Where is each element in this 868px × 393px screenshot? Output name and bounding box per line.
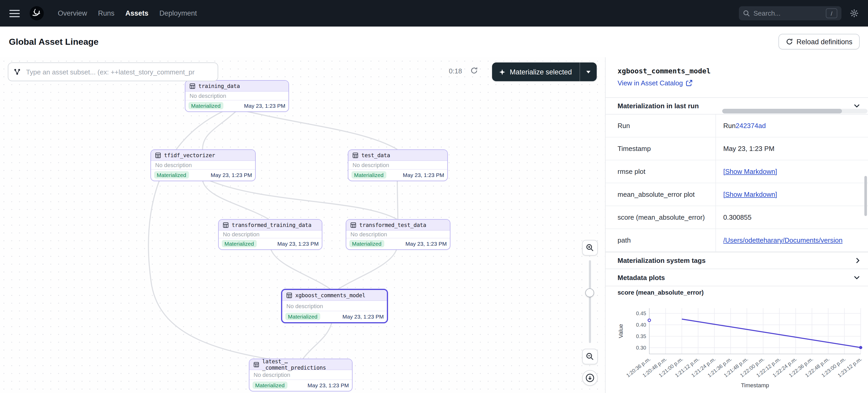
selected-asset-name: xgboost_comments_model bbox=[618, 67, 711, 75]
zoom-slider-track[interactable] bbox=[589, 260, 591, 343]
asset-name: tfidf_vectorizer bbox=[164, 152, 215, 158]
score-line-chart: 1:20:36 p.m.1:20:48 p.m.1:21:00 p.m.1:21… bbox=[606, 298, 868, 393]
materialized-badge: Materialized bbox=[154, 171, 189, 178]
zoom-in-button[interactable] bbox=[582, 240, 598, 256]
table-icon bbox=[350, 222, 356, 228]
materialized-badge: Materialized bbox=[349, 240, 384, 247]
zoom-out-icon bbox=[586, 352, 594, 361]
metadata-row-value: 0.300855 bbox=[715, 206, 868, 229]
catalog-link-label: View in Asset Catalog bbox=[618, 79, 683, 87]
refresh-icon bbox=[470, 67, 478, 74]
asset-lineage-graph[interactable]: training_data No description Materialize… bbox=[0, 57, 605, 393]
asset-node-footer: Materialized May 23, 1:23 PM bbox=[249, 380, 352, 391]
asset-node[interactable]: latest_…_comment_predictions No descript… bbox=[249, 359, 352, 391]
asset-node-header: tfidf_vectorizer bbox=[151, 150, 255, 161]
metadata-row-value: [Show Markdown] bbox=[715, 160, 868, 183]
asset-node[interactable]: transformed_training_data No description… bbox=[218, 219, 322, 250]
svg-text:0.35: 0.35 bbox=[636, 333, 646, 339]
metadata-row: Timestamp May 23, 1:23 PM bbox=[606, 137, 868, 160]
graph-refresh-button[interactable] bbox=[470, 67, 478, 76]
metadata-row-label: Timestamp bbox=[606, 145, 715, 153]
chevron-down-icon bbox=[854, 275, 860, 279]
global-search-input[interactable]: Search... / bbox=[739, 6, 841, 20]
asset-description: No description bbox=[219, 231, 322, 238]
top-navigation: OverviewRunsAssetsDeployment Search... / bbox=[0, 0, 868, 27]
chevron-down-icon bbox=[586, 70, 590, 73]
materialize-selected-button[interactable]: Materialize selected bbox=[492, 62, 580, 81]
arrow-down-circle-icon bbox=[585, 373, 595, 383]
zoom-in-icon bbox=[586, 243, 594, 252]
nav-item-runs[interactable]: Runs bbox=[98, 9, 115, 17]
recenter-button[interactable] bbox=[582, 370, 598, 386]
section-label: Materialization system tags bbox=[618, 257, 706, 264]
asset-filter-input[interactable] bbox=[25, 67, 212, 76]
metadata-row-value: [Show Markdown] bbox=[715, 183, 868, 206]
reload-definitions-label: Reload definitions bbox=[797, 38, 852, 45]
asset-filter-box[interactable] bbox=[8, 62, 218, 81]
panel-scrollbar[interactable] bbox=[864, 176, 867, 216]
metadata-row-value: /Users/odetteharary/Documents/version bbox=[715, 229, 868, 252]
nav-item-overview[interactable]: Overview bbox=[58, 9, 87, 17]
metadata-row-label: rmse plot bbox=[606, 168, 715, 175]
materialized-timestamp: May 23, 1:23 PM bbox=[405, 240, 447, 247]
materialized-timestamp: May 23, 1:23 PM bbox=[211, 171, 252, 178]
asset-node-footer: Materialized May 23, 1:23 PM bbox=[348, 169, 447, 181]
asset-name: transformed_test_data bbox=[359, 222, 426, 228]
countdown-timer: 0:18 bbox=[449, 67, 462, 75]
materialized-badge: Materialized bbox=[252, 381, 287, 389]
page-header: Global Asset Lineage Reload definitions bbox=[0, 27, 868, 58]
metadata-row-link[interactable]: [Show Markdown] bbox=[723, 168, 777, 175]
refresh-icon bbox=[785, 38, 793, 45]
zoom-out-button[interactable] bbox=[582, 349, 598, 364]
materialize-selected-label: Materialize selected bbox=[510, 68, 572, 76]
section-materialization-system-tags[interactable]: Materialization system tags bbox=[606, 252, 868, 269]
materialize-dropdown-button[interactable] bbox=[580, 62, 597, 81]
metadata-row-link[interactable]: /Users/odetteharary/Documents/version bbox=[723, 236, 842, 244]
external-link-icon bbox=[685, 79, 692, 87]
menu-icon[interactable] bbox=[9, 10, 20, 17]
reload-definitions-button[interactable]: Reload definitions bbox=[778, 34, 860, 50]
materialized-timestamp: May 23, 1:23 PM bbox=[277, 240, 319, 247]
metadata-row-link[interactable]: 242374ad bbox=[736, 122, 766, 130]
asset-node[interactable]: test_data No description Materialized Ma… bbox=[348, 150, 448, 181]
table-icon bbox=[352, 152, 358, 158]
asset-name: latest_…_comment_predictions bbox=[262, 359, 348, 371]
search-shortcut-key: / bbox=[826, 8, 837, 18]
table-horizontal-scrollbar[interactable] bbox=[722, 109, 867, 113]
view-in-asset-catalog-link[interactable]: View in Asset Catalog bbox=[618, 79, 692, 87]
asset-name: test_data bbox=[361, 152, 390, 158]
metadata-row-label: Run bbox=[606, 122, 715, 130]
section-metadata-plots[interactable]: Metadata plots bbox=[606, 269, 868, 286]
nav-right: Search... / bbox=[739, 6, 859, 20]
materialized-timestamp: May 23, 1:23 PM bbox=[307, 382, 349, 388]
nav-item-assets[interactable]: Assets bbox=[125, 9, 149, 17]
metadata-row: path /Users/odetteharary/Documents/versi… bbox=[606, 229, 868, 252]
asset-node[interactable]: tfidf_vectorizer No description Material… bbox=[151, 150, 256, 181]
asset-name: training_data bbox=[198, 83, 240, 89]
table-icon bbox=[223, 222, 228, 228]
asset-description: No description bbox=[185, 92, 288, 100]
metadata-row-link[interactable]: [Show Markdown] bbox=[723, 191, 777, 198]
nav-item-deployment[interactable]: Deployment bbox=[159, 9, 197, 17]
dagster-app: OverviewRunsAssetsDeployment Search... / bbox=[0, 0, 868, 393]
asset-description: No description bbox=[282, 301, 387, 311]
asset-node-footer: Materialized May 23, 1:23 PM bbox=[282, 311, 387, 322]
settings-gear-icon[interactable] bbox=[850, 9, 859, 18]
materialized-timestamp: May 23, 1:23 PM bbox=[342, 313, 384, 319]
asset-node-header: training_data bbox=[185, 81, 288, 92]
nav-items: OverviewRunsAssetsDeployment bbox=[58, 9, 197, 17]
svg-text:0.45: 0.45 bbox=[636, 310, 646, 316]
asset-node-header: transformed_test_data bbox=[346, 220, 450, 231]
metadata-row-value: May 23, 1:23 PM bbox=[715, 137, 868, 160]
zoom-slider-handle[interactable] bbox=[585, 288, 594, 297]
asset-node[interactable]: transformed_test_data No description Mat… bbox=[346, 219, 451, 250]
chevron-down-icon bbox=[854, 104, 860, 108]
asset-node[interactable]: xgboost_comments_model No description Ma… bbox=[281, 289, 388, 323]
svg-text:0.40: 0.40 bbox=[636, 322, 646, 328]
dagster-logo[interactable] bbox=[29, 6, 44, 21]
metadata-row: rmse plot [Show Markdown] bbox=[606, 160, 868, 183]
asset-node-header: xgboost_comments_model bbox=[282, 290, 387, 301]
asset-node[interactable]: training_data No description Materialize… bbox=[185, 80, 289, 112]
metadata-row: Run Run 242374ad bbox=[606, 114, 868, 137]
asset-node-footer: Materialized May 23, 1:23 PM bbox=[346, 238, 450, 249]
